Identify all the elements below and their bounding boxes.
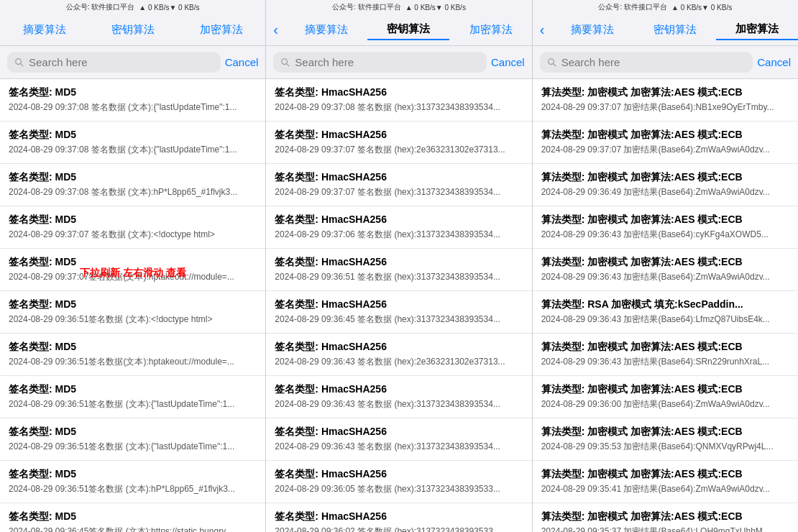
list-item[interactable]: 签名类型: MD52024-08-29 09:36:51签名数据(文本):hpt… <box>0 334 265 376</box>
list-item[interactable]: 签名类型: MD52024-08-29 09:36:51签名数据 (文本):{"… <box>0 376 265 418</box>
status-section-2: 公众号: 软件接口平台▲ 0 KB/s▼ 0 KB/s <box>533 0 798 14</box>
list-item[interactable]: 签名类型: HmacSHA2562024-08-29 09:36:43 签名数据… <box>266 376 531 418</box>
list-item[interactable]: 签名类型: HmacSHA2562024-08-29 09:36:05 签名数据… <box>266 461 531 503</box>
list-item-title: 签名类型: HmacSHA256 <box>275 383 523 396</box>
list-item-title: 算法类型: RSA 加密模式 填充:kSecPaddin... <box>541 298 789 311</box>
tab-bar-1: ‹摘要算法密钥算法加密算法 <box>266 14 531 46</box>
list-item-sub: 2024-08-29 09:36:51签名数据 (文本):<!doctype h… <box>9 313 257 326</box>
search-bar-2: Cancel <box>533 46 798 79</box>
list-item-title: 签名类型: HmacSHA256 <box>275 468 523 481</box>
list-item[interactable]: 签名类型: HmacSHA2562024-08-29 09:36:43 签名数据… <box>266 418 531 461</box>
list-item-sub: 2024-08-29 09:35:41 加密结果(Base64):ZmWaA9w… <box>541 483 789 495</box>
search-input-1[interactable] <box>295 56 480 68</box>
list-item-sub: 2024-08-29 09:36:43 加密结果(Base64):SRn229r… <box>541 356 789 368</box>
list-item[interactable]: 签名类型: MD52024-08-29 09:37:07 签名数据 (文本):<… <box>0 206 265 249</box>
list-item-sub: 2024-08-29 09:36:43 加密结果(Base64):cyKFg4a… <box>541 229 789 241</box>
search-icon <box>280 58 290 68</box>
cancel-button-1[interactable]: Cancel <box>491 56 525 68</box>
list-item[interactable]: 算法类型: 加密模式 加密算法:AES 模式:ECB2024-08-29 09:… <box>533 461 798 503</box>
tab-2-1[interactable]: 密钥算法 <box>634 20 716 40</box>
list-item-sub: 2024-08-29 09:35:53 加密结果(Base64):QNMXVqy… <box>541 441 789 453</box>
list-item-sub: 2024-08-29 09:36:43 签名数据 (hex):313732343… <box>275 398 523 411</box>
status-label-2: 公众号: 软件接口平台 <box>598 2 667 12</box>
panel-0: 摘要算法密钥算法加密算法Cancel下拉刷新 左右滑动 查看签名类型: MD52… <box>0 14 266 532</box>
tab-2-2[interactable]: 加密算法 <box>716 19 798 40</box>
tab-1-2[interactable]: 加密算法 <box>449 20 531 40</box>
list-item-title: 签名类型: MD5 <box>9 256 257 269</box>
list-item[interactable]: 算法类型: RSA 加密模式 填充:kSecPaddin...2024-08-2… <box>533 291 798 334</box>
list-item[interactable]: 签名类型: HmacSHA2562024-08-29 09:36:51 签名数据… <box>266 249 531 291</box>
list-item[interactable]: 算法类型: 加密模式 加密算法:AES 模式:ECB2024-08-29 09:… <box>533 334 798 376</box>
tab-0-2[interactable]: 加密算法 <box>177 20 265 40</box>
list-item-sub: 2024-08-29 09:36:51签名数据 (文本):hP*L8pp65_#… <box>9 483 257 495</box>
list-item-sub: 2024-08-29 09:37:08 签名数据 (文本):{"lastUpda… <box>9 101 257 114</box>
list-item-title: 签名类型: MD5 <box>9 86 257 99</box>
list-item-title: 算法类型: 加密模式 加密算法:AES 模式:ECB <box>541 86 789 99</box>
svg-point-2 <box>282 58 288 64</box>
list-item[interactable]: 签名类型: MD52024-08-29 09:37:08 签名数据 (文本):{… <box>0 121 265 164</box>
panel-2: ‹摘要算法密钥算法加密算法Cancel算法类型: 加密模式 加密算法:AES 模… <box>533 14 798 532</box>
list-area-0: 签名类型: MD52024-08-29 09:37:08 签名数据 (文本):{… <box>0 79 265 532</box>
list-item-sub: 2024-08-29 09:36:00 加密结果(Base64):ZmWaA9w… <box>541 398 789 411</box>
list-item-title: 签名类型: MD5 <box>9 171 257 184</box>
list-item[interactable]: 签名类型: MD52024-08-29 09:37:08 签名数据 (文本):h… <box>0 164 265 206</box>
search-input-2[interactable] <box>561 56 746 68</box>
list-item[interactable]: 算法类型: 加密模式 加密算法:AES 模式:ECB2024-08-29 09:… <box>533 376 798 418</box>
back-button-2[interactable]: ‹ <box>533 22 552 38</box>
tab-bar-0: 摘要算法密钥算法加密算法 <box>0 14 265 46</box>
list-item-title: 算法类型: 加密模式 加密算法:AES 模式:ECB <box>541 510 789 523</box>
list-item[interactable]: 签名类型: HmacSHA2562024-08-29 09:37:07 签名数据… <box>266 164 531 206</box>
tab-1-0[interactable]: 摘要算法 <box>285 20 367 40</box>
list-item[interactable]: 算法类型: 加密模式 加密算法:AES 模式:ECB2024-08-29 09:… <box>533 503 798 532</box>
list-item[interactable]: 签名类型: MD52024-08-29 09:36:51签名数据 (文本):hP… <box>0 461 265 503</box>
list-item-title: 签名类型: HmacSHA256 <box>275 510 523 523</box>
list-item[interactable]: 签名类型: MD52024-08-29 09:36:45签名数据 (文本):ht… <box>0 503 265 532</box>
panels-container: 摘要算法密钥算法加密算法Cancel下拉刷新 左右滑动 查看签名类型: MD52… <box>0 14 798 532</box>
list-item[interactable]: 签名类型: HmacSHA2562024-08-29 09:36:43 签名数据… <box>266 334 531 376</box>
list-item[interactable]: 算法类型: 加密模式 加密算法:AES 模式:ECB2024-08-29 09:… <box>533 249 798 291</box>
list-item-title: 签名类型: HmacSHA256 <box>275 426 523 439</box>
list-item-sub: 2024-08-29 09:37:07 加密结果(Base64):ZmWaA9w… <box>541 144 789 156</box>
back-button-1[interactable]: ‹ <box>266 22 285 38</box>
svg-line-1 <box>21 63 23 65</box>
status-network-0: ▲ 0 KB/s▼ 0 KB/s <box>139 4 199 12</box>
list-item[interactable]: 签名类型: HmacSHA2562024-08-29 09:37:07 签名数据… <box>266 121 531 164</box>
search-icon <box>14 58 24 68</box>
tab-2-0[interactable]: 摘要算法 <box>551 20 633 40</box>
list-item-title: 签名类型: HmacSHA256 <box>275 129 523 142</box>
list-item[interactable]: 算法类型: 加密模式 加密算法:AES 模式:ECB2024-08-29 09:… <box>533 121 798 164</box>
list-item-title: 算法类型: 加密模式 加密算法:AES 模式:ECB <box>541 214 789 226</box>
cancel-button-0[interactable]: Cancel <box>225 56 259 68</box>
list-item-sub: 2024-08-29 09:37:07 加密结果(Base64):NB1xe9O… <box>541 101 789 114</box>
list-item-sub: 2024-08-29 09:36:45 签名数据 (hex):313732343… <box>275 313 523 326</box>
list-item-sub: 2024-08-29 09:36:51 签名数据 (hex):313732343… <box>275 271 523 283</box>
tab-0-1[interactable]: 密钥算法 <box>88 20 177 40</box>
tab-1-1[interactable]: 密钥算法 <box>367 19 449 40</box>
list-item-sub: 2024-08-29 09:37:06 签名数据 (hex):313732343… <box>275 229 523 241</box>
list-item[interactable]: 签名类型: MD52024-08-29 09:37:08 签名数据 (文本):{… <box>0 79 265 121</box>
tab-0-0[interactable]: 摘要算法 <box>0 20 88 40</box>
list-item-title: 算法类型: 加密模式 加密算法:AES 模式:ECB <box>541 468 789 481</box>
list-item[interactable]: 签名类型: MD52024-08-29 09:37:07签名数据(文本):hpt… <box>0 249 265 291</box>
list-item[interactable]: 算法类型: 加密模式 加密算法:AES 模式:ECB2024-08-29 09:… <box>533 79 798 121</box>
list-item[interactable]: 签名类型: MD52024-08-29 09:36:51签名数据 (文本):{"… <box>0 418 265 461</box>
list-item[interactable]: 算法类型: 加密模式 加密算法:AES 模式:ECB2024-08-29 09:… <box>533 418 798 461</box>
svg-point-4 <box>548 58 554 64</box>
search-input-wrap-0 <box>7 52 221 73</box>
list-item[interactable]: 签名类型: HmacSHA2562024-08-29 09:36:02 签名数据… <box>266 503 531 532</box>
list-item[interactable]: 签名类型: MD52024-08-29 09:36:51签名数据 (文本):<!… <box>0 291 265 334</box>
list-item[interactable]: 签名类型: HmacSHA2562024-08-29 09:37:06 签名数据… <box>266 206 531 249</box>
list-item[interactable]: 算法类型: 加密模式 加密算法:AES 模式:ECB2024-08-29 09:… <box>533 206 798 249</box>
cancel-button-2[interactable]: Cancel <box>757 56 791 68</box>
list-item-sub: 2024-08-29 09:37:07 签名数据 (文本):<!doctype … <box>9 229 257 241</box>
list-item[interactable]: 签名类型: HmacSHA2562024-08-29 09:36:45 签名数据… <box>266 291 531 334</box>
list-item[interactable]: 签名类型: HmacSHA2562024-08-29 09:37:08 签名数据… <box>266 79 531 121</box>
list-item-sub: 2024-08-29 09:36:45签名数据 (文本):https://sta… <box>9 526 257 532</box>
list-item-sub: 2024-08-29 09:37:08 签名数据 (hex):313732343… <box>275 101 523 114</box>
list-item-sub: 2024-08-29 09:36:51签名数据 (文本):{"lastUpdat… <box>9 441 257 453</box>
status-network-2: ▲ 0 KB/s▼ 0 KB/s <box>671 4 732 12</box>
list-item[interactable]: 算法类型: 加密模式 加密算法:AES 模式:ECB2024-08-29 09:… <box>533 164 798 206</box>
search-icon <box>547 58 557 68</box>
search-input-0[interactable] <box>29 56 214 68</box>
list-item-sub: 2024-08-29 09:36:43 加密结果(Base64):ZmWaA9w… <box>541 271 789 283</box>
